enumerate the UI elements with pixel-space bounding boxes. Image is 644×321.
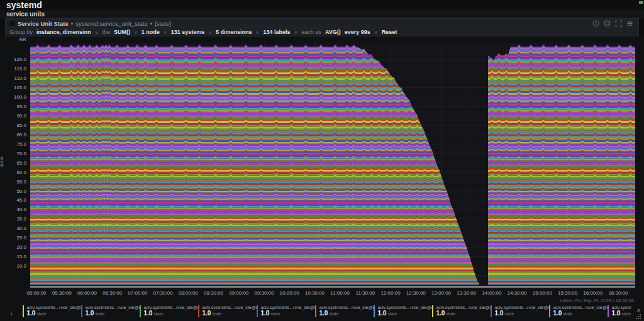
- y-tick-label: 35.0: [0, 216, 26, 222]
- legend-next-icon[interactable]: »: [636, 307, 640, 313]
- database-icon[interactable]: [604, 20, 611, 27]
- y-tick-label: 25.0: [0, 235, 26, 241]
- y-tick-label: 115.0: [0, 66, 26, 72]
- x-tick-label: 07:00:00: [124, 290, 152, 296]
- legend-unit: state: [504, 312, 514, 316]
- x-tick-label: 05:30:00: [48, 290, 75, 296]
- legend-dimension-name: actv.systmdnts...rvce_ste@mach2: [26, 305, 81, 310]
- legend-value: 1.0state: [319, 310, 374, 317]
- legend-item[interactable]: actv.systmdnts...rvce_ste@mach21.0state: [491, 303, 549, 321]
- legend-dimension-name: actv.systmdnts...rvce_ste@mach2: [611, 305, 631, 310]
- x-tick-label: 08:30:00: [200, 290, 228, 296]
- y-tick-label: 100.0: [0, 94, 26, 100]
- legend-item[interactable]: actv.systmdnts...rvce_ste@mach21.0state: [549, 303, 608, 321]
- labels-select[interactable]: 134 labels: [263, 29, 290, 35]
- aggregate-select[interactable]: SUM(): [114, 29, 130, 35]
- legend-item[interactable]: actv.systmdnts...rvce_ste@mach21.0state: [81, 303, 140, 321]
- legend-unit: state: [563, 312, 572, 316]
- x-tick-label: 06:30:00: [99, 290, 126, 296]
- legend-color-swatch: [257, 305, 258, 317]
- x-tick-label: 10:30:00: [301, 290, 328, 296]
- legend-item[interactable]: actv.systmdnts...rvce_ste@mach21.0state: [198, 303, 257, 321]
- chevron-down-icon[interactable]: ∨: [95, 30, 99, 35]
- chevron-down-icon[interactable]: ∨: [208, 30, 212, 35]
- legend-dimension-name: actv.systmdnts...rvce_ste@mach2: [202, 305, 257, 310]
- chevron-down-icon[interactable]: ∨: [294, 30, 297, 35]
- y-tick-label: 80.0: [0, 132, 26, 138]
- legend-dimension-name: actv.systmdnts...rvce_ste@mach2: [260, 305, 315, 310]
- legend-collapse-icon[interactable]: ↓: [0, 303, 23, 321]
- resize-grip[interactable]: [636, 314, 641, 319]
- x-tick-label: 10:00:00: [275, 290, 303, 296]
- group-by-select[interactable]: instance, dimension: [36, 29, 91, 35]
- legend-unit: state: [270, 312, 280, 316]
- instances-select[interactable]: 131 systems: [171, 29, 205, 35]
- chevron-down-icon[interactable]: ∨: [164, 30, 167, 35]
- section-title: service units: [6, 11, 45, 18]
- legend-unit: state: [36, 312, 46, 316]
- legend-value: 1.0state: [494, 310, 549, 317]
- x-tick-label: 13:30:00: [453, 290, 480, 296]
- group-by-label: Group by: [9, 29, 33, 35]
- y-tick-label: 30.0: [0, 226, 26, 231]
- time-aggregate-every[interactable]: every 99s: [345, 29, 370, 35]
- legend-value: 1.0state: [85, 310, 140, 317]
- legend-unit: state: [95, 312, 104, 316]
- x-tick-label: 12:00:00: [377, 290, 404, 296]
- chart-controls: Group by instance, dimension ∨ the SUM()…: [5, 28, 639, 36]
- x-tick-label: 07:30:00: [149, 290, 177, 296]
- y-tick-label: 55.0: [0, 179, 26, 185]
- dimensions-select[interactable]: 5 dimensions: [216, 29, 252, 35]
- chart-grip-icon[interactable]: [9, 21, 15, 26]
- legend-color-swatch: [81, 305, 82, 317]
- legend-value: 1.0state: [377, 310, 432, 317]
- legend-item[interactable]: actv.systmdnts...rvce_ste@mach21.0state: [257, 303, 315, 321]
- fullscreen-icon[interactable]: [615, 20, 622, 27]
- time-aggregate-select[interactable]: AVG(): [325, 29, 341, 35]
- legend-item[interactable]: actv.systmdnts...rvce_ste@mach21.0state: [23, 303, 81, 321]
- drag-icon[interactable]: [626, 20, 633, 27]
- legend-item[interactable]: actv.systmdnts...rvce_ste@mach21.0state: [140, 303, 198, 321]
- y-tick-label: 85.0: [0, 122, 26, 128]
- chevron-down-icon[interactable]: ∨: [374, 30, 378, 35]
- legend-item[interactable]: actv.systmdnts...rvce_ste@mach21.0state: [432, 303, 491, 321]
- section-header: service units: [0, 10, 644, 18]
- legend-value: 1.0state: [611, 310, 631, 317]
- info-icon[interactable]: [592, 20, 599, 27]
- aggregate-label: the: [102, 29, 110, 35]
- legend-item[interactable]: actv.systmdnts...rvce_ste@mach21.0state: [315, 303, 374, 321]
- legend-item[interactable]: actv.systmdnts...rvce_ste@mach21.0state: [374, 303, 432, 321]
- chevron-down-icon[interactable]: ∨: [256, 30, 260, 35]
- legend-color-swatch: [23, 305, 24, 317]
- legend-unit: state: [212, 312, 221, 316]
- legend-unit: state: [621, 312, 631, 316]
- reset-button[interactable]: Reset: [382, 29, 397, 35]
- x-tick-label: 11:30:00: [352, 290, 379, 296]
- x-tick-label: 15:00:00: [528, 290, 556, 296]
- legend-item[interactable]: actv.systmdnts...rvce_ste@mach21.0state: [608, 303, 631, 321]
- y-tick-label: 120.0: [0, 57, 26, 62]
- dashboard: systemd service units Service Unit State…: [0, 0, 644, 321]
- legend-dimension-name: actv.systmdnts...rvce_ste@mach2: [377, 305, 432, 310]
- x-tick-label: 05:00:00: [23, 290, 50, 296]
- stacked-area-chart[interactable]: [30, 43, 635, 289]
- chart-sep: •: [71, 20, 73, 27]
- legend-unit: state: [329, 312, 338, 316]
- legend-dimension-name: actv.systmdnts...rvce_ste@mach2: [85, 305, 140, 310]
- legend-dimension-name: actv.systmdnts...rvce_ste@mach2: [436, 305, 491, 310]
- y-tick-label: 90.0: [0, 113, 26, 119]
- anomaly-rate-label[interactable]: AR: [19, 36, 26, 42]
- nodes-select[interactable]: 1 node: [142, 29, 160, 35]
- x-tick-label: 08:00:00: [174, 290, 202, 296]
- latest-timestamp: Latest: Fri, Sep 29, 2023 • 16:50:06: [560, 298, 634, 303]
- legend-dimension-name: actv.systmdnts...rvce_ste@mach2: [553, 305, 608, 310]
- x-tick-label: 09:00:00: [225, 290, 253, 296]
- chevron-down-icon[interactable]: ∨: [134, 30, 138, 35]
- y-tick-label: 110.0: [0, 75, 26, 81]
- legend-items: actv.systmdnts...rvce_ste@mach21.0statea…: [23, 303, 631, 321]
- legend-value: 1.0state: [26, 310, 81, 317]
- x-tick-label: 16:30:00: [604, 290, 632, 296]
- chart-area: AR state 120.0115.0110.0105.0100.095.090…: [0, 36, 644, 303]
- x-tick-label: 15:30:00: [554, 290, 582, 296]
- scrollbar-thumb[interactable]: [639, 1, 643, 4]
